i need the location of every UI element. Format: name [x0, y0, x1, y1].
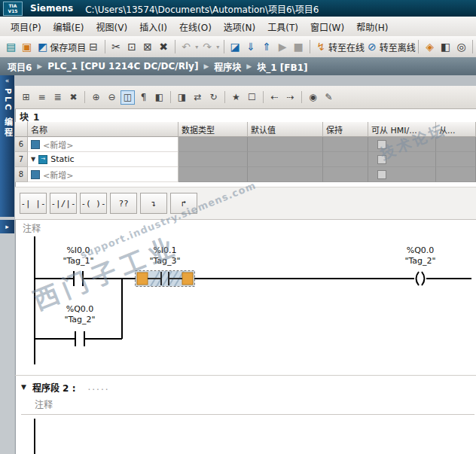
col-default-value[interactable]: 默认值: [248, 122, 323, 137]
breadcrumb-item[interactable]: 项目6 ▶: [8, 60, 47, 73]
selection-handle-right[interactable]: [182, 273, 193, 285]
menu-item[interactable]: 窗口(W): [304, 18, 350, 35]
network2-comment[interactable]: 注释: [35, 398, 53, 410]
separator: [263, 91, 264, 103]
sidebar-tab-plc-programming[interactable]: « PLC 编程: [0, 75, 14, 217]
sidebar-tab-label: PLC 编程: [2, 88, 14, 139]
hmi-accessible-cell: [368, 137, 436, 152]
branch-contact-tag-label[interactable]: "Tag_2": [50, 315, 110, 325]
col-data-type[interactable]: 数据类型: [178, 122, 248, 137]
upload-from-device-icon[interactable]: ⇑: [260, 39, 274, 54]
menu-item[interactable]: 视图(V): [90, 18, 134, 35]
nc-contact-button[interactable]: -|/|-: [50, 193, 77, 214]
save-project-label[interactable]: 保存项目: [51, 39, 85, 54]
next-error-icon[interactable]: ⇢: [283, 90, 298, 105]
redo-icon[interactable]: ↷: [200, 39, 215, 54]
download-to-device-icon[interactable]: ⇓: [244, 39, 258, 54]
menu-item[interactable]: 编辑(E): [47, 18, 90, 35]
diagnostics-icon[interactable]: ◈: [423, 39, 437, 54]
compile-icon[interactable]: ◪: [228, 39, 243, 54]
modify-operand-icon[interactable]: ✎: [322, 90, 336, 105]
menu-item[interactable]: 选项(N): [218, 18, 261, 35]
from-hmi-cell: [436, 167, 476, 182]
variable-icon: [31, 140, 40, 149]
collapse-all-networks-icon[interactable]: ⊖: [105, 90, 119, 105]
collapse-panel-icon[interactable]: «: [5, 77, 10, 84]
go-offline-label[interactable]: 转至离线: [380, 39, 414, 54]
breadcrumb-item[interactable]: PLC_1 [CPU 1214C DC/DC/Rly] ▶: [47, 61, 214, 72]
coil-address-label[interactable]: %Q0.0: [390, 245, 450, 255]
update-block-calls-icon[interactable]: ↻: [206, 90, 221, 105]
search-project-icon[interactable]: ◎: [454, 39, 468, 54]
network2-title-placeholder[interactable]: .....: [87, 382, 109, 392]
menu-item[interactable]: 帮助(H): [350, 18, 394, 35]
cut-icon[interactable]: ✂: [109, 39, 124, 54]
retain-cell: [323, 167, 368, 182]
start-cpu-icon[interactable]: ▶: [276, 39, 290, 54]
col-name[interactable]: 名称: [28, 122, 178, 137]
insert-row-after-icon[interactable]: ≣: [50, 90, 65, 105]
contact-tag1[interactable]: [74, 271, 83, 286]
insert-network-icon[interactable]: ⊞: [19, 90, 33, 105]
go-online-label[interactable]: 转至在线: [330, 39, 364, 54]
selection-handle-left[interactable]: [137, 273, 148, 285]
breadcrumb-item[interactable]: 程序块 ▶: [214, 60, 257, 73]
copy-icon[interactable]: ⊡: [125, 39, 139, 54]
menu-item[interactable]: 在线(O): [173, 18, 218, 35]
delete-icon[interactable]: ✖: [157, 39, 171, 54]
redo-dropdown-icon[interactable]: ▾: [215, 39, 221, 54]
contact2-address-label[interactable]: %I0.1: [135, 245, 195, 255]
stop-cpu-icon[interactable]: ■: [291, 39, 306, 54]
absolute-symbolic-toggle-icon[interactable]: ◫: [121, 90, 135, 105]
variable-name-cell[interactable]: <新增>: [28, 167, 178, 182]
retain-values-icon[interactable]: ⇄: [191, 90, 205, 105]
expand-caret-icon[interactable]: ▼: [31, 156, 35, 163]
empty-box-button[interactable]: ??: [110, 193, 137, 214]
paste-icon[interactable]: ⊠: [141, 39, 155, 54]
network2-collapse-icon[interactable]: ▼: [21, 383, 26, 391]
snapshot-icon[interactable]: ◨: [175, 90, 189, 105]
window-split-icon[interactable]: ◧: [438, 39, 453, 54]
free-form-comment-icon[interactable]: ◧: [152, 90, 166, 105]
open-project-icon[interactable]: ▣: [20, 39, 34, 54]
menu-item[interactable]: 插入(I): [133, 18, 173, 35]
menu-bar: 项目(P)编辑(E)视图(V)插入(I)在线(O)选项(N)工具(T)窗口(W)…: [0, 17, 476, 37]
menu-item[interactable]: 工具(T): [261, 18, 304, 35]
print-icon[interactable]: ⊟: [87, 39, 101, 54]
selected-contact-tag3[interactable]: [136, 271, 195, 287]
breadcrumb-item[interactable]: 块_1 [FB1] ▶: [257, 60, 307, 73]
coil-tag2[interactable]: [416, 272, 425, 285]
contact1-tag-label[interactable]: "Tag_1": [48, 256, 108, 266]
favorites-star-icon[interactable]: ★: [229, 90, 243, 105]
coil-tag-label[interactable]: "Tag_2": [390, 256, 450, 266]
menu-item[interactable]: 项目(P): [5, 18, 47, 35]
previous-error-icon[interactable]: ⇠: [267, 90, 282, 105]
go-offline-icon[interactable]: ⊘: [365, 39, 379, 54]
expand-all-networks-icon[interactable]: ⊕: [89, 90, 103, 105]
coil-button[interactable]: -( )-: [80, 193, 107, 214]
delete-row-icon[interactable]: ✖: [66, 90, 81, 105]
branch-contact-tag2[interactable]: [75, 331, 84, 346]
sidebar-collapsed-tab[interactable]: ▸: [0, 220, 14, 233]
open-branch-button[interactable]: ↴: [140, 193, 167, 214]
variable-name-cell[interactable]: <新增>: [28, 137, 178, 152]
save-project-icon[interactable]: ◩: [35, 39, 50, 54]
undo-dropdown-icon[interactable]: ▾: [194, 39, 200, 54]
contact2-tag-label[interactable]: "Tag_3": [135, 256, 195, 266]
monitoring-on-off-icon[interactable]: ◉: [306, 90, 320, 105]
branch-contact-address-label[interactable]: %Q0.0: [50, 304, 110, 314]
network-comments-toggle-icon[interactable]: ¶: [136, 90, 151, 105]
network2-header[interactable]: ▼ 程序段 2 : .....: [21, 379, 110, 395]
no-contact-button[interactable]: -| |-: [20, 193, 47, 214]
contact1-address-label[interactable]: %I0.0: [48, 245, 108, 255]
insert-empty-box-icon[interactable]: ☐: [245, 90, 259, 105]
col-retain[interactable]: 保持: [323, 122, 368, 137]
close-branch-button[interactable]: ↱: [170, 193, 197, 214]
col-from-hmi[interactable]: 从...: [436, 122, 476, 137]
variable-name-cell[interactable]: ▼ → Static: [28, 152, 178, 167]
insert-row-before-icon[interactable]: ≡: [35, 90, 49, 105]
undo-icon[interactable]: ↶: [179, 39, 194, 54]
go-online-icon[interactable]: ↯: [314, 39, 328, 54]
new-project-icon[interactable]: ▤: [4, 39, 18, 54]
col-hmi-accessible[interactable]: 可从 HMI/...: [368, 122, 436, 137]
